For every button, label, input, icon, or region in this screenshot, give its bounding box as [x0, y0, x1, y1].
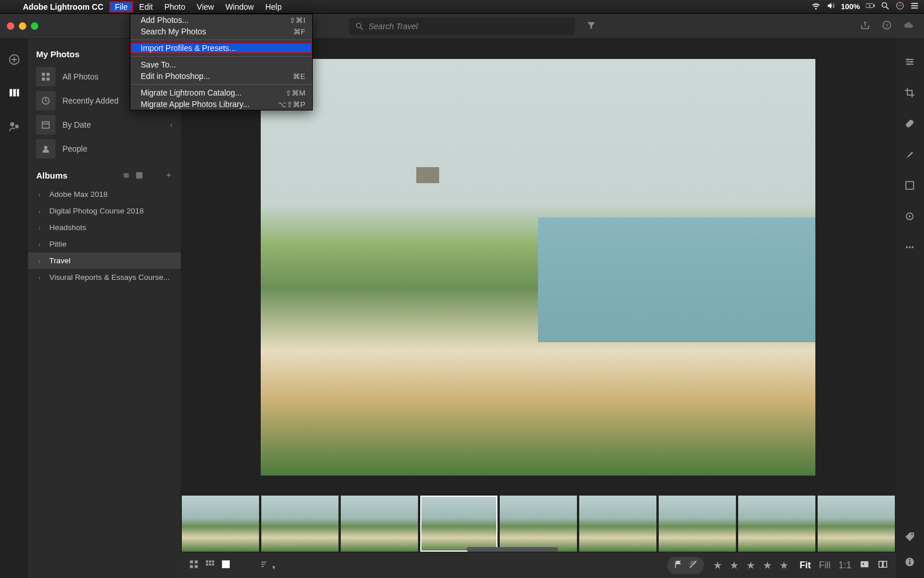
- zoom-fill[interactable]: Fill: [819, 560, 830, 571]
- album-view-list-icon[interactable]: ≣: [123, 170, 130, 180]
- filmstrip-thumb[interactable]: [738, 496, 815, 552]
- spotlight-icon[interactable]: [881, 1, 890, 12]
- filmstrip-thumb[interactable]: [341, 496, 418, 552]
- album-label: Headshots: [49, 223, 86, 232]
- svg-point-48: [906, 246, 908, 248]
- album-item[interactable]: ›Visural Reports & Essays Course...: [28, 269, 181, 286]
- window-close-button[interactable]: [7, 22, 14, 30]
- crop-icon[interactable]: [904, 87, 915, 101]
- sharing-tab[interactable]: [7, 119, 21, 133]
- radial-gradient-icon[interactable]: [904, 211, 915, 224]
- brush-icon[interactable]: [904, 149, 915, 163]
- menuitem-edit-in-photoshop[interactable]: Edit in Photoshop...⌘E: [130, 70, 312, 82]
- add-album-button[interactable]: ＋: [165, 170, 173, 180]
- svg-point-17: [15, 125, 18, 128]
- search-box[interactable]: Search Travel: [349, 18, 575, 35]
- notification-center-icon[interactable]: [910, 1, 919, 12]
- filmstrip-thumb[interactable]: [579, 496, 656, 552]
- menuitem-save-to[interactable]: Save To...: [130, 59, 312, 70]
- menuitem-add-photos[interactable]: Add Photos...⇧⌘I: [130, 14, 312, 26]
- svg-rect-19: [47, 73, 50, 76]
- album-item[interactable]: ›Pittie: [28, 236, 181, 252]
- svg-point-38: [862, 563, 864, 564]
- svg-rect-27: [190, 565, 193, 568]
- more-tools-icon[interactable]: [904, 242, 915, 255]
- linear-gradient-icon[interactable]: [904, 180, 915, 193]
- svg-rect-32: [206, 563, 208, 565]
- svg-rect-26: [194, 560, 197, 563]
- filmstrip-scrollbar[interactable]: [467, 547, 558, 552]
- svg-point-7: [911, 7, 912, 9]
- detail-view-button[interactable]: [221, 559, 231, 572]
- edit-sliders-icon[interactable]: [904, 56, 915, 70]
- filmstrip-thumb[interactable]: [500, 496, 577, 552]
- svg-point-50: [912, 246, 914, 248]
- album-label: Visural Reports & Essays Course...: [49, 273, 170, 282]
- svg-point-51: [911, 534, 913, 536]
- share-button[interactable]: [860, 20, 870, 33]
- grid-view-button[interactable]: [189, 559, 199, 572]
- siri-icon[interactable]: [895, 1, 905, 12]
- window-minimize-button[interactable]: [19, 22, 26, 30]
- menuitem-import-profiles-presets[interactable]: Import Profiles & Presets...: [130, 42, 312, 54]
- svg-point-5: [911, 3, 912, 4]
- menuitem-migrate-lightroom-catalog[interactable]: Migrate Lightroom Catalog...⇧⌘M: [130, 87, 312, 98]
- compare-button[interactable]: [878, 559, 888, 572]
- filmstrip[interactable]: [181, 496, 896, 552]
- volume-icon[interactable]: [826, 1, 835, 12]
- wifi-icon[interactable]: [811, 1, 821, 12]
- cloud-sync-icon[interactable]: [903, 20, 914, 33]
- svg-rect-33: [209, 563, 211, 565]
- svg-point-24: [44, 146, 47, 149]
- menuitem-search-my-photos[interactable]: Search My Photos⌘F: [130, 26, 312, 37]
- svg-line-3: [886, 7, 889, 9]
- help-button[interactable]: ?: [882, 20, 892, 33]
- sort-button[interactable]: ▾: [260, 559, 276, 572]
- healing-icon[interactable]: [904, 118, 915, 132]
- svg-rect-35: [222, 560, 230, 568]
- keywords-tag-icon[interactable]: [904, 531, 915, 545]
- album-item[interactable]: ›Digital Photog Course 2018: [28, 203, 181, 219]
- album-item[interactable]: ›Headshots: [28, 219, 181, 236]
- menu-file[interactable]: File: [109, 1, 134, 13]
- album-view-grid-icon[interactable]: ▦: [136, 170, 143, 180]
- zoom-1to1[interactable]: 1:1: [839, 560, 851, 571]
- menu-window[interactable]: Window: [220, 1, 260, 13]
- album-item[interactable]: ›Adobe Max 2018: [28, 186, 181, 203]
- my-photos-tab[interactable]: [7, 86, 21, 100]
- menu-edit[interactable]: Edit: [133, 1, 158, 13]
- filmstrip-thumb[interactable]: [659, 496, 736, 552]
- filmstrip-thumb[interactable]: [182, 496, 259, 552]
- album-label: Digital Photog Course 2018: [49, 207, 144, 215]
- filter-button[interactable]: [583, 20, 599, 33]
- menu-separator: [130, 84, 312, 85]
- album-item-selected[interactable]: ›Travel: [28, 252, 181, 269]
- sidebar-item-label: Recently Added: [62, 96, 118, 105]
- chevron-right-icon: ›: [38, 274, 45, 281]
- chevron-right-icon: ›: [38, 258, 45, 264]
- menu-help[interactable]: Help: [260, 1, 288, 13]
- filmstrip-thumb[interactable]: [818, 496, 895, 552]
- menu-separator: [130, 56, 312, 57]
- flag-pick-button[interactable]: [673, 559, 683, 572]
- sidebar-by-date[interactable]: By Date ‹: [28, 113, 181, 137]
- info-icon[interactable]: [904, 556, 915, 570]
- battery-charging-icon[interactable]: [866, 1, 875, 12]
- flag-reject-button[interactable]: [688, 559, 698, 572]
- bottom-toolbar: ▾ ★ ★ ★ ★ ★ Fit Fill 1:1: [181, 552, 896, 578]
- add-photos-button[interactable]: [7, 53, 21, 66]
- rating-stars[interactable]: ★ ★ ★ ★ ★: [713, 559, 791, 572]
- filmstrip-thumb-selected[interactable]: [420, 496, 497, 552]
- menu-view[interactable]: View: [191, 1, 220, 13]
- show-original-button[interactable]: [859, 559, 870, 572]
- app-name[interactable]: Adobe Lightroom CC: [17, 2, 109, 11]
- sidebar-item-label: People: [62, 144, 87, 153]
- window-zoom-button[interactable]: [31, 22, 38, 30]
- menuitem-migrate-apple-photos[interactable]: Migrate Apple Photos Library...⌥⇧⌘P: [130, 98, 312, 110]
- album-label: Pittie: [49, 240, 66, 248]
- menu-photo[interactable]: Photo: [158, 1, 191, 13]
- filmstrip-thumb[interactable]: [261, 496, 338, 552]
- sidebar-people[interactable]: People: [28, 137, 181, 161]
- square-grid-view-button[interactable]: [205, 559, 215, 572]
- zoom-fit[interactable]: Fit: [800, 560, 811, 571]
